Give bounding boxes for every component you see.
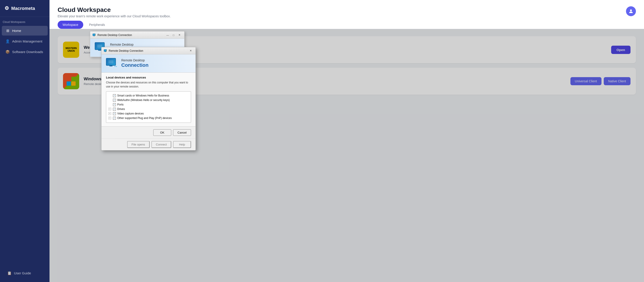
dialog-front-close-button[interactable]: ✕ bbox=[188, 48, 193, 53]
dialog-front-banner: ↔ Remote Desktop Connection bbox=[102, 54, 196, 73]
device-label: Other supported Plug and Play (PnP) devi… bbox=[117, 116, 172, 120]
logo-icon: ⚙ bbox=[4, 5, 9, 11]
rdc-front-icon: ↔ bbox=[106, 58, 118, 69]
device-list-item[interactable]: WebAuthn (Windows Hello or security keys… bbox=[108, 98, 188, 102]
device-list-item[interactable]: Smart cards or Windows Hello for Busines… bbox=[108, 93, 188, 98]
dialog-section-desc: Choose the devices and resources on this… bbox=[106, 80, 191, 89]
sidebar-logo: ⚙ Macrometa bbox=[0, 0, 50, 17]
page-subtitle: Elevate your team's remote work experien… bbox=[58, 14, 171, 18]
dialog-front: Remote Desktop Connection ✕ ↔ Remote De bbox=[101, 47, 196, 150]
device-list-item[interactable]: +Drives bbox=[108, 107, 188, 111]
device-list-item[interactable]: +Other supported Plug and Play (PnP) dev… bbox=[108, 116, 188, 120]
tab-bar: Workspace Peripherals bbox=[58, 21, 636, 29]
expand-icon[interactable]: + bbox=[108, 117, 111, 119]
dialog-front-banner-text: Remote Desktop Connection bbox=[121, 58, 148, 68]
expand-icon[interactable]: + bbox=[108, 108, 111, 110]
sidebar-item-label: Home bbox=[12, 29, 21, 33]
svg-rect-5 bbox=[105, 51, 106, 52]
dialog-front-titlebar-left: Remote Desktop Connection bbox=[104, 49, 143, 53]
device-checkbox[interactable] bbox=[113, 99, 116, 102]
dialog-front-banner-line2: Connection bbox=[121, 62, 148, 68]
cancel-button[interactable]: Cancel bbox=[173, 129, 191, 136]
rdc-titlebar-icon bbox=[92, 33, 96, 37]
device-label: Smart cards or Windows Hello for Busines… bbox=[117, 94, 169, 97]
back-ok-button: File opens bbox=[127, 141, 150, 148]
dialog-front-titlebar: Remote Desktop Connection ✕ bbox=[102, 47, 196, 54]
dialog-back-controls: — □ ✕ bbox=[165, 33, 182, 37]
back-dialog-partial-footer: File opens Connect Help bbox=[102, 139, 196, 150]
home-icon: ⊞ bbox=[6, 28, 10, 33]
minimize-button[interactable]: — bbox=[165, 33, 170, 37]
sidebar-item-label: User Guide bbox=[14, 271, 31, 275]
dialog-front-controls: ✕ bbox=[188, 48, 193, 53]
dialog-section-title: Local devices and resources bbox=[106, 76, 191, 79]
rdc-titlebar-icon-front bbox=[104, 49, 107, 53]
dialog-front-title: Remote Desktop Connection bbox=[109, 49, 143, 52]
dialog-front-banner-line1: Remote Desktop bbox=[121, 58, 148, 62]
svg-rect-2 bbox=[94, 36, 94, 36]
svg-rect-6 bbox=[108, 60, 114, 63]
sidebar-bottom: 📋 User Guide bbox=[0, 264, 50, 282]
maximize-button[interactable]: □ bbox=[171, 33, 176, 37]
expand-icon[interactable]: + bbox=[108, 112, 111, 115]
device-label: Ports bbox=[117, 103, 124, 106]
svg-point-0 bbox=[630, 9, 632, 11]
tab-workspace[interactable]: Workspace bbox=[58, 21, 83, 29]
user-avatar[interactable] bbox=[626, 6, 636, 16]
admin-icon: 👤 bbox=[6, 39, 10, 43]
main-header: Cloud Workspace Elevate your team's remo… bbox=[50, 0, 644, 29]
device-checkbox[interactable] bbox=[113, 112, 116, 115]
sidebar-item-software-downloads[interactable]: 📦 Software Downloads bbox=[2, 47, 48, 57]
dialog-titlebar-left: Remote Desktop Connection bbox=[92, 33, 132, 37]
ok-button[interactable]: OK bbox=[153, 129, 171, 136]
user-guide-icon: 📋 bbox=[7, 271, 12, 275]
back-connect-button: Connect bbox=[152, 141, 171, 148]
device-label: Drives bbox=[117, 107, 125, 111]
device-checkbox[interactable] bbox=[113, 103, 116, 106]
svg-rect-4 bbox=[104, 49, 107, 51]
dialog-back-title: Remote Desktop Connection bbox=[98, 33, 132, 37]
logo-text: Macrometa bbox=[11, 6, 35, 11]
back-help-button: Help bbox=[173, 141, 191, 148]
sidebar-item-label: Software Downloads bbox=[12, 50, 43, 54]
close-button[interactable]: ✕ bbox=[177, 33, 182, 37]
dialog-front-footer: OK Cancel bbox=[102, 126, 196, 139]
main-panel: Cloud Workspace Elevate your team's remo… bbox=[50, 0, 644, 282]
page-title: Cloud Workspace bbox=[58, 6, 171, 13]
sidebar-item-home[interactable]: ⊞ Home bbox=[2, 26, 48, 35]
sidebar-section-label: Cloud Workspaces bbox=[0, 17, 50, 25]
rdc-front-arrow-icon: ↔ bbox=[114, 64, 118, 68]
sidebar: ⚙ Macrometa Cloud Workspaces ⊞ Home 👤 Ad… bbox=[0, 0, 50, 282]
sidebar-item-user-guide[interactable]: 📋 User Guide bbox=[4, 268, 46, 278]
dialog-front-body: Local devices and resources Choose the d… bbox=[102, 73, 196, 126]
device-checkbox[interactable] bbox=[113, 117, 116, 120]
device-checkbox[interactable] bbox=[113, 94, 116, 97]
header-top: Cloud Workspace Elevate your team's remo… bbox=[58, 6, 636, 18]
sidebar-item-admin[interactable]: 👤 Admin Management bbox=[2, 36, 48, 46]
download-icon: 📦 bbox=[6, 50, 10, 54]
monitor-front-screen-icon bbox=[108, 60, 114, 63]
device-checkbox[interactable] bbox=[113, 108, 116, 111]
dialog-back-titlebar: Remote Desktop Connection — □ ✕ bbox=[90, 31, 184, 39]
content-area: WESTERNUNION Western Union Access your W… bbox=[50, 29, 644, 282]
device-list-item[interactable]: Ports bbox=[108, 102, 188, 107]
devices-list-box: Smart cards or Windows Hello for Busines… bbox=[106, 91, 191, 123]
device-list-item[interactable]: +Video capture devices bbox=[108, 111, 188, 116]
dialog-banner-line1: Remote Desktop bbox=[110, 43, 137, 46]
device-label: Video capture devices bbox=[117, 112, 144, 115]
svg-rect-1 bbox=[93, 34, 96, 36]
sidebar-item-label: Admin Management bbox=[12, 39, 42, 43]
device-label: WebAuthn (Windows Hello or security keys… bbox=[117, 98, 170, 102]
tab-peripherals[interactable]: Peripherals bbox=[84, 21, 110, 29]
header-text: Cloud Workspace Elevate your team's remo… bbox=[58, 6, 171, 18]
